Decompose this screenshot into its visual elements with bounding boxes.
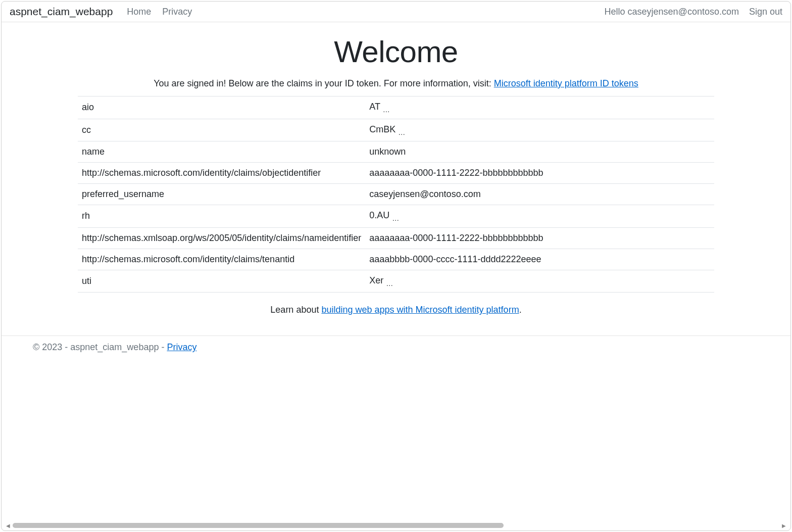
footer: © 2023 - aspnet_ciam_webapp - Privacy: [2, 335, 790, 353]
greeting: Hello caseyjensen@contoso.com: [605, 7, 739, 17]
table-row: preferred_usernamecaseyjensen@contoso.co…: [78, 184, 714, 205]
claim-value: aaaabbbb-0000-cccc-1111-dddd2222eeee: [365, 249, 714, 270]
nav-privacy[interactable]: Privacy: [162, 7, 192, 17]
claim-key: http://schemas.xmlsoap.org/ws/2005/05/id…: [78, 227, 365, 249]
nav-right: Hello caseyjensen@contoso.com Sign out: [605, 7, 782, 17]
copyright: © 2023 - aspnet_ciam_webapp -: [33, 342, 167, 352]
table-row: aioAT …: [78, 96, 714, 119]
ellipsis-icon: …: [386, 279, 393, 287]
ellipsis-icon: …: [383, 106, 390, 114]
intro-pre: You are signed in! Below are the claims …: [154, 78, 494, 88]
claim-value: aaaaaaaa-0000-1111-2222-bbbbbbbbbbbb: [365, 227, 714, 249]
table-row: utiXer …: [78, 270, 714, 293]
id-tokens-link[interactable]: Microsoft identity platform ID tokens: [494, 78, 638, 88]
signout-link[interactable]: Sign out: [749, 7, 782, 17]
scroll-right-icon[interactable]: ▶: [780, 522, 787, 529]
claim-key: http://schemas.microsoft.com/identity/cl…: [78, 249, 365, 270]
page-wrapper: aspnet_ciam_webapp Home Privacy Hello ca…: [1, 1, 791, 531]
claim-value: CmBK …: [365, 119, 714, 141]
table-row: http://schemas.xmlsoap.org/ws/2005/05/id…: [78, 227, 714, 249]
scrollbar-thumb[interactable]: [13, 523, 504, 528]
claim-value: unknown: [365, 141, 714, 163]
navbar: aspnet_ciam_webapp Home Privacy Hello ca…: [2, 2, 790, 22]
claim-key: name: [78, 141, 365, 163]
table-row: ccCmBK …: [78, 119, 714, 141]
claim-key: cc: [78, 119, 365, 141]
nav-home[interactable]: Home: [127, 7, 151, 17]
nav-left: Home Privacy: [127, 7, 192, 17]
table-row: http://schemas.microsoft.com/identity/cl…: [78, 163, 714, 184]
claim-key: preferred_username: [78, 184, 365, 205]
table-row: rh0.AU …: [78, 205, 714, 228]
table-row: http://schemas.microsoft.com/identity/cl…: [78, 249, 714, 270]
scrollbar-track[interactable]: [13, 523, 779, 528]
claim-value: aaaaaaaa-0000-1111-2222-bbbbbbbbbbbb: [365, 163, 714, 184]
ellipsis-icon: …: [392, 214, 399, 222]
claim-value: caseyjensen@contoso.com: [365, 184, 714, 205]
claim-value: Xer …: [365, 270, 714, 293]
main-content: Welcome You are signed in! Below are the…: [2, 34, 790, 315]
learn-pre: Learn about: [270, 305, 321, 315]
learn-post: .: [519, 305, 522, 315]
brand[interactable]: aspnet_ciam_webapp: [10, 6, 113, 18]
claim-key: uti: [78, 270, 365, 293]
learn-text: Learn about building web apps with Micro…: [10, 305, 782, 315]
claim-key: http://schemas.microsoft.com/identity/cl…: [78, 163, 365, 184]
intro-text: You are signed in! Below are the claims …: [10, 78, 782, 89]
table-row: nameunknown: [78, 141, 714, 163]
footer-privacy-link[interactable]: Privacy: [167, 342, 196, 352]
page-title: Welcome: [10, 34, 782, 69]
claim-value: 0.AU …: [365, 205, 714, 228]
scroll-left-icon[interactable]: ◀: [5, 522, 12, 529]
ellipsis-icon: …: [398, 128, 405, 136]
learn-link[interactable]: building web apps with Microsoft identit…: [321, 305, 519, 315]
claim-key: rh: [78, 205, 365, 228]
horizontal-scrollbar[interactable]: ◀ ▶: [5, 522, 787, 528]
claims-table: aioAT …ccCmBK …nameunknownhttp://schemas…: [78, 96, 714, 293]
claim-value: AT …: [365, 96, 714, 119]
claim-key: aio: [78, 96, 365, 119]
claims-tbody: aioAT …ccCmBK …nameunknownhttp://schemas…: [78, 96, 714, 293]
